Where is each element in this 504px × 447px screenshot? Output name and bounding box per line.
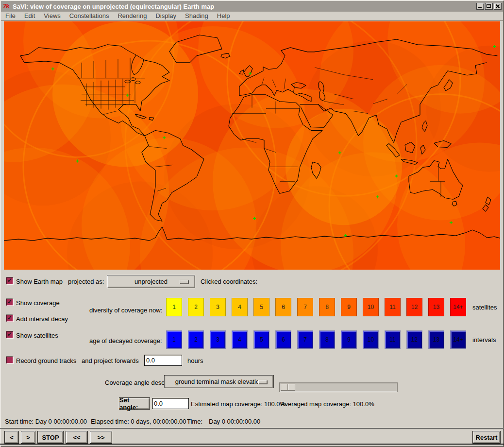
projected-as-label: projected as:	[68, 278, 104, 285]
age-box-8: 8	[319, 330, 335, 349]
diversity-box-2: 2	[188, 298, 204, 316]
minimize-button[interactable]	[476, 3, 484, 10]
diversity-label: diversity of coverage now:	[89, 307, 162, 314]
fast-forward-button[interactable]: >>	[90, 431, 112, 444]
window-bottom-edge	[0, 444, 504, 445]
menu-item-edit[interactable]: Edit	[20, 12, 39, 20]
age-legend: 1234567891011121314+	[166, 330, 466, 349]
show-earth-map-checkbox[interactable]: ✓	[6, 277, 13, 284]
separator	[0, 428, 504, 429]
start-time-label: Start time: Day 0 00:00:00.00	[5, 418, 87, 425]
minimize-icon	[478, 7, 482, 8]
project-forwards-input[interactable]	[144, 355, 182, 366]
menu-bar: FileEditViewsConstellationsRenderingDisp…	[1, 12, 503, 21]
option-menu-indicator-icon	[258, 380, 267, 384]
diversity-box-7: 7	[297, 298, 313, 316]
diversity-box-10: 10	[363, 298, 379, 316]
slider-thumb[interactable]	[281, 384, 295, 391]
menu-item-display[interactable]: Display	[151, 12, 181, 20]
age-box-6: 6	[275, 330, 291, 349]
record-ground-tracks-checkbox[interactable]	[6, 357, 13, 363]
stop-button[interactable]: STOP	[37, 431, 64, 444]
averaged-coverage-label: Averaged map coverage: 100.0%	[281, 400, 374, 408]
age-box-12: 12	[406, 330, 422, 349]
diversity-box-6: 6	[275, 298, 291, 316]
record-ground-tracks-label: Record ground tracks	[16, 357, 76, 364]
show-satellites-checkbox[interactable]: ✓	[6, 331, 13, 338]
clicked-coordinates-label: Clicked coordinates:	[201, 278, 257, 285]
projection-select[interactable]: unprojected	[107, 275, 195, 288]
age-box-9: 9	[341, 330, 357, 349]
age-box-5: 5	[253, 330, 269, 349]
step-forward-button[interactable]: >	[21, 431, 35, 444]
diversity-legend: 1234567891011121314+	[166, 298, 466, 316]
menu-item-file[interactable]: File	[1, 12, 20, 20]
age-box-11: 11	[385, 330, 401, 349]
maximize-button[interactable]	[485, 3, 493, 10]
step-back-button[interactable]: <	[4, 431, 19, 444]
window-titlebar[interactable]: 7k SaVi: view of coverage on unprojected…	[1, 1, 503, 12]
age-box-3: 3	[210, 330, 226, 349]
add-interval-decay-label: Add interval decay	[16, 315, 68, 323]
diversity-box-9: 9	[341, 298, 357, 316]
age-box-10: 10	[363, 330, 379, 349]
age-box-7: 7	[297, 330, 313, 349]
menu-item-constellations[interactable]: Constellations	[65, 12, 114, 20]
diversity-box-11: 11	[385, 298, 401, 316]
close-button[interactable]	[494, 3, 502, 10]
menu-item-rendering[interactable]: Rendering	[113, 12, 151, 20]
show-coverage-label: Show coverage	[16, 299, 60, 307]
diversity-box-8: 8	[319, 298, 335, 316]
elapsed-time-label: Elapsed time: 0 days, 00:00:00.00	[91, 418, 186, 425]
maximize-icon	[487, 4, 491, 8]
age-label: age of decayed coverage:	[89, 337, 162, 344]
projection-select-value: unprojected	[134, 278, 168, 285]
rewind-button[interactable]: <<	[66, 431, 88, 444]
hours-label: hours	[187, 357, 203, 364]
coverage-angle-select-value: ground terminal mask elevation	[175, 378, 263, 385]
coverage-angle-select[interactable]: ground terminal mask elevation	[164, 375, 274, 388]
diversity-box-14+: 14+	[450, 298, 466, 316]
diversity-box-12: 12	[406, 298, 422, 316]
project-forwards-label: and project forwards	[82, 357, 139, 364]
diversity-box-5: 5	[253, 298, 269, 316]
restart-button[interactable]: Restart	[472, 431, 501, 444]
diversity-box-4: 4	[232, 298, 248, 316]
coverage-angle-slider[interactable]	[279, 382, 398, 392]
coverage-discs	[4, 21, 500, 270]
age-box-14+: 14+	[450, 330, 466, 349]
age-box-2: 2	[188, 330, 204, 349]
diversity-box-1: 1	[166, 298, 182, 316]
earth-map-canvas[interactable]	[4, 21, 500, 270]
menu-item-shading[interactable]: Shading	[181, 12, 213, 20]
menu-item-help[interactable]: Help	[213, 12, 235, 20]
window-title: SaVi: view of coverage on unprojected (e…	[13, 3, 476, 10]
time-label: Time:	[187, 418, 202, 425]
time-value: Day 0 00:00:00.00	[209, 418, 260, 425]
diversity-box-3: 3	[210, 298, 226, 316]
angle-input[interactable]	[152, 398, 189, 409]
intervals-unit-label: intervals	[472, 336, 496, 344]
tk-app-icon: 7k	[3, 3, 11, 10]
app-window: 7k SaVi: view of coverage on unprojected…	[0, 0, 504, 447]
diversity-box-13: 13	[428, 298, 444, 316]
option-menu-indicator-icon	[180, 280, 188, 284]
show-satellites-label: Show satellites	[16, 332, 58, 339]
set-angle-button[interactable]: Set angle:	[119, 397, 150, 410]
estimated-coverage-label: Estimated map coverage: 100.0%	[191, 400, 286, 408]
add-interval-decay-checkbox[interactable]: ✓	[6, 315, 13, 322]
menu-item-views[interactable]: Views	[39, 12, 65, 20]
age-box-4: 4	[232, 330, 248, 349]
age-box-1: 1	[166, 330, 182, 349]
age-box-13: 13	[428, 330, 444, 349]
show-coverage-checkbox[interactable]: ✓	[6, 299, 13, 306]
show-earth-map-label: Show Earth map	[16, 278, 63, 285]
satellites-unit-label: satellites	[472, 304, 497, 311]
